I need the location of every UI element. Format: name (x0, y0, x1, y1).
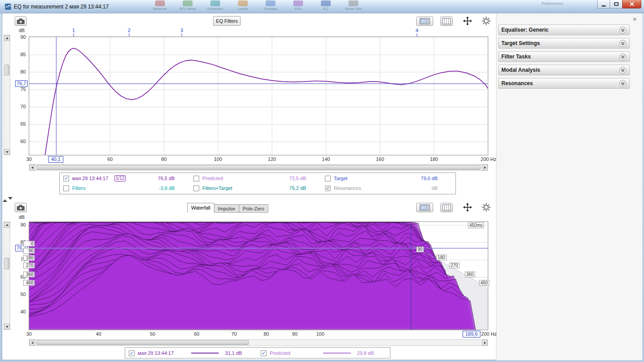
triangle-right-icon (484, 341, 488, 344)
eq-filters-button[interactable]: EQ Filters (213, 16, 241, 26)
bottom-graph-hscrollbar[interactable] (29, 339, 488, 346)
legend-value: 31,1 dB (225, 350, 242, 356)
graph-type-tabs: WaterfallImpulsePole-Zero (187, 203, 268, 213)
top-graph-settings-button[interactable] (480, 16, 492, 26)
legend-line-swatch (191, 353, 219, 354)
legend-label: мая 29 13:44:17 (72, 176, 108, 181)
bottom-display-button[interactable] (416, 203, 433, 212)
panel-section-modal-analysis[interactable]: Modal Analysis (498, 65, 630, 75)
splitter-controls[interactable] (3, 196, 12, 202)
x-tick: 30 (20, 156, 38, 162)
y-tick: 90 (12, 222, 26, 227)
bottom-graph-settings-button[interactable] (480, 202, 492, 212)
double-chevron-down-icon (619, 66, 627, 74)
legend-line-swatch (323, 353, 351, 354)
background-toolbar-item: SPL Meter (175, 0, 201, 11)
cursor-y-readout: 76,7 (15, 80, 28, 87)
triangle-up-icon (6, 222, 8, 226)
x-tick: 160 (371, 156, 389, 162)
panel-section-title: Equaliser: Generic (501, 27, 549, 33)
scroll-down-button[interactable] (4, 149, 10, 155)
legend-checkbox[interactable] (325, 176, 331, 181)
double-chevron-down-icon (619, 53, 627, 61)
legend-value: -3,9 dB (159, 185, 175, 191)
capture-bottom-graph-button[interactable] (15, 203, 27, 212)
legend-checkbox[interactable] (193, 176, 199, 181)
time-label: 180 (23, 255, 35, 261)
scroll-left-button[interactable] (29, 340, 35, 346)
legend-checkbox[interactable]: ✓ (129, 350, 135, 356)
panel-section-target-settings[interactable]: Target Settings (498, 38, 630, 49)
bottom-grid-button[interactable] (440, 203, 453, 212)
scroll-thumb[interactable] (4, 65, 9, 75)
scroll-thumb[interactable] (37, 340, 249, 345)
x-tick: 50 (144, 331, 161, 337)
scroll-thumb[interactable] (4, 258, 9, 269)
triangle-right-icon (484, 166, 488, 169)
time-label: 360 (23, 272, 35, 277)
triangle-up-icon (6, 36, 8, 39)
scroll-up-button[interactable] (4, 35, 10, 41)
maximize-button[interactable] (610, 0, 623, 8)
y-tick: 70 (12, 104, 26, 109)
time-label: 450 (479, 280, 489, 286)
tab-pole-zero[interactable]: Pole-Zero (239, 204, 268, 213)
close-icon (630, 2, 634, 6)
double-chevron-down-icon (619, 26, 627, 34)
scroll-up-button[interactable] (4, 222, 10, 228)
panel-section-equaliser-generic[interactable]: Equaliser: Generic (498, 25, 630, 35)
filter-marker: 1 (69, 28, 78, 33)
legend-checkbox[interactable]: ✓ (63, 176, 69, 181)
top-display-button[interactable] (416, 16, 433, 26)
time-label: 0 (23, 241, 35, 247)
time-label: 450 (23, 280, 35, 286)
legend-checkbox[interactable]: ✓ (325, 185, 331, 191)
legend-checkbox[interactable]: ✓ (261, 350, 267, 356)
time-label: 90 (23, 248, 35, 254)
top-graph-vscrollbar[interactable] (4, 35, 10, 155)
triangle-left-icon (30, 166, 33, 169)
x-tick: 80 (155, 156, 173, 162)
minimize-button[interactable] (597, 0, 610, 8)
y-tick: 85 (12, 52, 26, 57)
top-pan-button[interactable] (462, 16, 473, 26)
legend-label: Predicted (202, 176, 223, 181)
triangle-down-icon (6, 326, 8, 329)
legend-item: ✓ResonancesdB (321, 183, 453, 193)
top-grid-button[interactable] (440, 16, 453, 26)
background-toolbar-item: EQ (313, 0, 339, 11)
x-tick: 100 (209, 156, 227, 162)
splitter-down-icon (8, 197, 12, 202)
move-arrows-icon (463, 16, 472, 25)
camera-icon (16, 204, 25, 211)
top-graph-hscrollbar[interactable] (29, 164, 488, 171)
panel-section-resonances[interactable]: Resonances (498, 78, 630, 89)
side-panel: Equaliser: GenericTarget SettingsFilter … (496, 14, 642, 360)
window-controls (598, 0, 641, 8)
bottom-graph-vscrollbar[interactable] (4, 222, 10, 330)
capture-top-graph-button[interactable] (15, 16, 27, 26)
scroll-left-button[interactable] (29, 165, 35, 170)
window-titlebar[interactable]: EQ for measurement 2 мая 29 13:44:17 Mea… (0, 0, 644, 13)
tab-impulse[interactable]: Impulse (214, 204, 239, 213)
bottom-pan-button[interactable] (462, 202, 473, 212)
scroll-right-button[interactable] (482, 340, 488, 346)
waterfall-plot-area[interactable] (29, 222, 488, 330)
tab-waterfall[interactable]: Waterfall (187, 203, 214, 213)
collapse-panel-icon[interactable]: » (633, 15, 636, 22)
close-button[interactable] (622, 0, 641, 8)
double-chevron-down-icon (619, 80, 627, 87)
scroll-right-button[interactable] (482, 165, 488, 170)
legend-label: Filters (72, 185, 86, 191)
x-tick: 70 (225, 331, 243, 337)
grid-icon (442, 18, 451, 25)
time-label: 270 (449, 263, 459, 268)
legend-checkbox[interactable] (63, 185, 69, 191)
legend-checkbox[interactable] (193, 185, 199, 191)
time-label: 180 (436, 255, 447, 260)
background-toolbar-item: Room Sim (340, 0, 366, 11)
scroll-down-button[interactable] (4, 324, 10, 329)
eq-graph-plot-area[interactable] (29, 37, 488, 155)
panel-section-filter-tasks[interactable]: Filter Tasks (498, 51, 630, 62)
scroll-thumb[interactable] (37, 165, 480, 170)
